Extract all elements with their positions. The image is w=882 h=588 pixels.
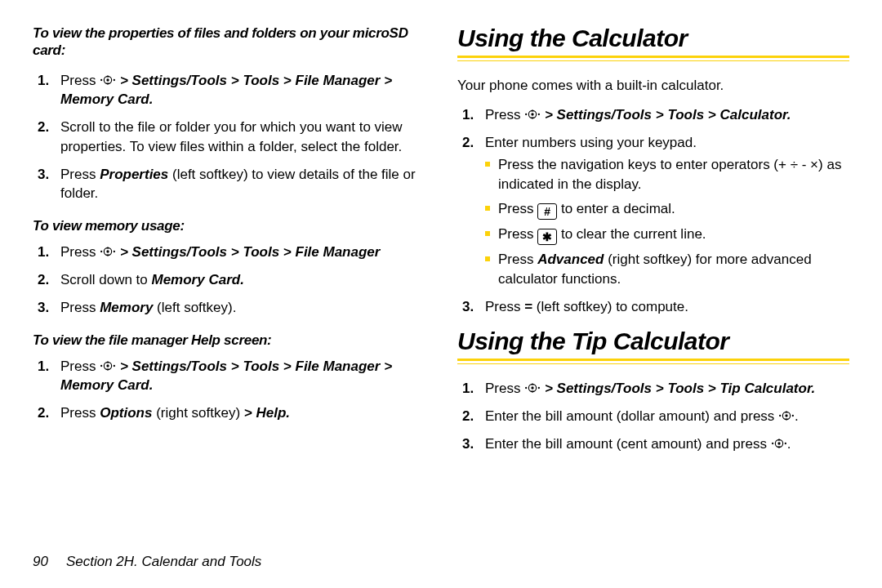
equals-key: = <box>524 299 532 314</box>
list-item: Press = (left softkey) to compute. <box>457 297 849 317</box>
left-intro-1: To view the properties of files and fold… <box>33 24 425 60</box>
step-text: Enter the bill amount (cent amount) and … <box>485 436 771 452</box>
star-key-icon: ✱ <box>537 229 557 245</box>
sub-bullets: Press the navigation keys to enter opera… <box>485 155 849 288</box>
list-item: Press Advanced (right softkey) for more … <box>485 250 849 289</box>
list-item: Press > Settings/Tools > Tools > File Ma… <box>33 71 425 110</box>
step-text: Press <box>60 405 100 421</box>
softkey-name: Advanced <box>537 252 604 267</box>
heading-rule <box>457 56 849 61</box>
heading-calculator: Using the Calculator <box>457 24 849 52</box>
list-item: Press > Settings/Tools > Tools > File Ma… <box>33 357 425 396</box>
list-item: Press # to enter a decimal. <box>485 199 849 220</box>
list-item: Press Options (right softkey) > Help. <box>33 403 425 423</box>
nav-key-icon <box>100 245 116 258</box>
nav-key-icon <box>100 74 116 87</box>
page-content: To view the properties of files and fold… <box>0 0 882 474</box>
nav-key-icon <box>778 409 795 422</box>
heading-tip-calculator: Using the Tip Calculator <box>457 327 849 355</box>
step-text: Press <box>60 73 100 88</box>
step-text: (left softkey). <box>153 300 236 315</box>
step-text: Press <box>60 244 100 260</box>
softkey-name: Options <box>100 405 152 421</box>
step-text: . <box>787 436 791 452</box>
right-column: Using the Calculator Your phone comes wi… <box>457 24 849 466</box>
list-item: Press Properties (left softkey) to view … <box>33 165 425 204</box>
list-item: Press the navigation keys to enter opera… <box>485 155 849 194</box>
step-text: . <box>795 408 799 424</box>
emphasis: Memory Card. <box>152 272 244 287</box>
nav-path: > Settings/Tools > Tools > Tip Calculato… <box>541 381 815 396</box>
step-text: Enter the bill amount (dollar amount) an… <box>485 408 778 424</box>
right-intro-1: Your phone comes with a built-in calcula… <box>457 76 849 96</box>
left-steps-2: Press > Settings/Tools > Tools > File Ma… <box>33 243 425 317</box>
nav-key-icon <box>100 359 116 372</box>
list-item: Enter numbers using your keypad. Press t… <box>457 133 849 289</box>
list-item: Press > Settings/Tools > Tools > Tip Cal… <box>457 379 849 399</box>
nav-key-icon <box>771 437 787 450</box>
list-item: Press Memory (left softkey). <box>33 298 425 318</box>
left-subhead-2: To view memory usage: <box>33 218 425 234</box>
left-steps-3: Press > Settings/Tools > Tools > File Ma… <box>33 357 425 423</box>
bullet-text: to clear the current line. <box>557 226 706 242</box>
bullet-text: Press <box>498 252 537 267</box>
nav-key-icon <box>524 381 541 394</box>
page-number: 90 <box>33 554 48 569</box>
step-text: (left softkey) to compute. <box>532 299 688 314</box>
bullet-text: Press <box>498 201 537 216</box>
bullet-text: to enter a decimal. <box>557 201 675 216</box>
step-text: Press <box>485 381 524 396</box>
right-steps-1: Press > Settings/Tools > Tools > Calcula… <box>457 105 849 317</box>
list-item: Press > Settings/Tools > Tools > File Ma… <box>33 243 425 262</box>
left-column: To view the properties of files and fold… <box>33 24 425 466</box>
page-footer: 90Section 2H. Calendar and Tools <box>33 554 261 570</box>
list-item: Scroll down to Memory Card. <box>33 270 425 290</box>
step-text: Press <box>485 107 524 122</box>
list-item: Scroll to the file or folder you for whi… <box>33 118 425 157</box>
list-item: Enter the bill amount (dollar amount) an… <box>457 407 849 426</box>
hash-key-icon: # <box>537 203 557 220</box>
softkey-name: Memory <box>100 300 153 315</box>
step-text: (right softkey) <box>152 405 243 421</box>
softkey-name: Properties <box>100 167 168 182</box>
section-title: Section 2H. Calendar and Tools <box>66 554 261 569</box>
heading-rule <box>457 359 849 364</box>
left-subhead-3: To view the file manager Help screen: <box>33 332 425 349</box>
step-text: Press <box>60 359 100 374</box>
list-item: Enter the bill amount (cent amount) and … <box>457 434 849 454</box>
nav-path: > Settings/Tools > Tools > File Manager <box>116 244 380 260</box>
nav-path: > Settings/Tools > Tools > Calculator. <box>541 107 791 122</box>
left-steps-1: Press > Settings/Tools > Tools > File Ma… <box>33 71 425 204</box>
list-item: Press ✱ to clear the current line. <box>485 225 849 245</box>
bullet-text: ÷ <box>791 157 798 172</box>
right-steps-2: Press > Settings/Tools > Tools > Tip Cal… <box>457 379 849 453</box>
nav-key-icon <box>524 108 541 121</box>
step-text: Enter numbers using your keypad. <box>485 135 697 150</box>
step-text: Press <box>485 299 524 314</box>
step-text: Press <box>60 167 100 182</box>
step-text: Scroll down to <box>60 272 152 287</box>
step-text: Press <box>60 300 100 315</box>
nav-path: > Help. <box>244 405 290 421</box>
bullet-text: Press the navigation keys to enter opera… <box>498 157 791 172</box>
list-item: Press > Settings/Tools > Tools > Calcula… <box>457 105 849 125</box>
bullet-text: Press <box>498 226 537 242</box>
